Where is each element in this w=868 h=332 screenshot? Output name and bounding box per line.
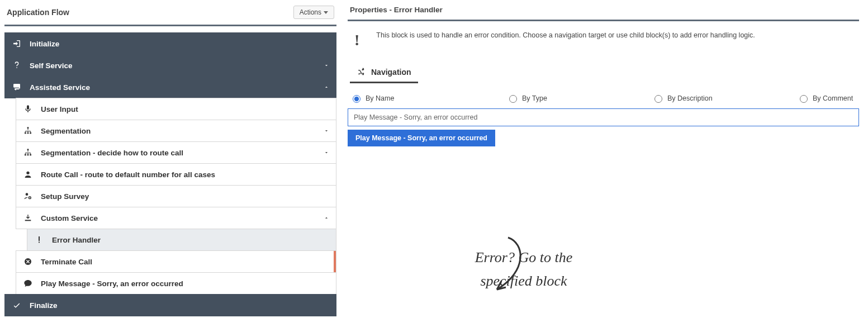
shuffle-icon: [357, 67, 367, 77]
row-assisted-service[interactable]: Assisted Service: [4, 76, 336, 98]
sitemap-icon: [23, 148, 33, 158]
svg-rect-4: [27, 149, 29, 150]
svg-rect-5: [25, 154, 26, 156]
radio-input[interactable]: [509, 95, 517, 103]
row-custom-service[interactable]: Custom Service: [16, 207, 336, 229]
radio-by-comment[interactable]: By Comment: [797, 93, 857, 103]
row-label: Play Message - Sorry, an error occurred: [41, 279, 183, 288]
chat-icon: [23, 278, 33, 288]
check-icon: [12, 300, 22, 310]
row-label: Self Service: [30, 61, 73, 70]
radio-row: By Name By Type By Description By Commen…: [348, 83, 859, 108]
svg-rect-6: [27, 154, 29, 156]
row-label: Initialize: [30, 40, 59, 48]
radio-input[interactable]: [353, 95, 361, 103]
row-label: Custom Service: [41, 214, 98, 222]
svg-rect-7: [30, 154, 31, 156]
row-label: Error Handler: [52, 236, 101, 244]
row-play-message[interactable]: Play Message - Sorry, an error occurred: [16, 272, 336, 295]
flow-header: Application Flow Actions: [4, 0, 336, 26]
chevron-down-icon: [324, 128, 329, 134]
radio-label: By Description: [667, 94, 713, 102]
radio-by-name[interactable]: By Name: [350, 93, 506, 103]
radio-label: By Name: [366, 94, 394, 102]
row-error-handler[interactable]: Error Handler: [27, 229, 336, 251]
tab-navigation[interactable]: Navigation: [350, 63, 418, 83]
svg-rect-0: [27, 127, 29, 129]
radio-label: By Type: [522, 94, 547, 102]
row-label: Finalize: [30, 301, 58, 310]
row-initialize[interactable]: Initialize: [4, 32, 336, 55]
properties-title: Properties - Error Handler: [348, 0, 859, 21]
row-terminate-call[interactable]: Terminate Call: [16, 250, 336, 273]
svg-rect-1: [25, 132, 26, 134]
description-row: ! This block is used to handle an error …: [348, 21, 859, 63]
agent-icon: [23, 169, 33, 179]
dropdown-result-item[interactable]: Play Message - Sorry, an error occurred: [348, 130, 495, 146]
svg-point-9: [26, 193, 29, 196]
radio-input[interactable]: [800, 95, 808, 103]
sitemap-icon: [23, 126, 33, 136]
chevron-up-icon: [324, 215, 329, 221]
exclamation-icon: !: [354, 31, 359, 49]
flow-tree: Initialize Self Service Assisted Service: [4, 32, 336, 316]
mic-icon: [23, 104, 33, 114]
row-label: Terminate Call: [41, 258, 92, 266]
radio-by-description[interactable]: By Description: [652, 93, 797, 103]
row-label: Segmentation: [41, 127, 91, 135]
row-self-service[interactable]: Self Service: [4, 54, 336, 77]
svg-point-8: [26, 172, 29, 174]
row-label: Segmentation - decide how to route call: [41, 149, 183, 157]
flow-title: Application Flow: [7, 8, 69, 17]
chevron-up-icon: [324, 84, 329, 90]
tabs: Navigation: [348, 63, 859, 83]
row-setup-survey[interactable]: Setup Survey: [16, 185, 336, 207]
download-icon: [23, 213, 33, 223]
chevron-down-icon: [324, 150, 329, 155]
svg-rect-2: [27, 132, 29, 134]
annotation-text: Error? Go to the specified block: [429, 246, 619, 292]
row-label: User Input: [41, 105, 78, 113]
radio-input[interactable]: [654, 95, 662, 103]
svg-rect-3: [30, 132, 31, 134]
exclamation-icon: [34, 235, 44, 245]
row-user-input[interactable]: User Input: [16, 98, 336, 120]
row-finalize[interactable]: Finalize: [4, 294, 336, 316]
radio-by-type[interactable]: By Type: [506, 93, 652, 103]
login-icon: [12, 39, 22, 49]
tab-label: Navigation: [371, 68, 411, 77]
survey-icon: [23, 191, 33, 201]
description-text: This block is used to handle an error co…: [376, 31, 755, 39]
flow-panel: Application Flow Actions Initialize Self…: [0, 0, 336, 316]
actions-label: Actions: [300, 8, 321, 16]
properties-panel: Properties - Error Handler ! This block …: [348, 0, 868, 146]
caret-down-icon: [324, 11, 328, 14]
terminate-icon: [23, 257, 33, 267]
radio-label: By Comment: [813, 94, 853, 102]
svg-rect-12: [39, 241, 40, 243]
row-route-call[interactable]: Route Call - route to default number for…: [16, 163, 336, 186]
row-label: Assisted Service: [30, 83, 90, 92]
navigation-search-input[interactable]: [348, 108, 859, 126]
share-icon: [12, 82, 22, 92]
row-segmentation-route[interactable]: Segmentation - decide how to route call: [16, 141, 336, 164]
row-label: Route Call - route to default number for…: [41, 170, 215, 179]
row-label: Setup Survey: [41, 192, 89, 201]
question-icon: [12, 60, 22, 70]
svg-rect-11: [39, 236, 40, 241]
chevron-down-icon: [324, 63, 329, 68]
row-segmentation[interactable]: Segmentation: [16, 120, 336, 142]
actions-button[interactable]: Actions: [293, 6, 334, 19]
